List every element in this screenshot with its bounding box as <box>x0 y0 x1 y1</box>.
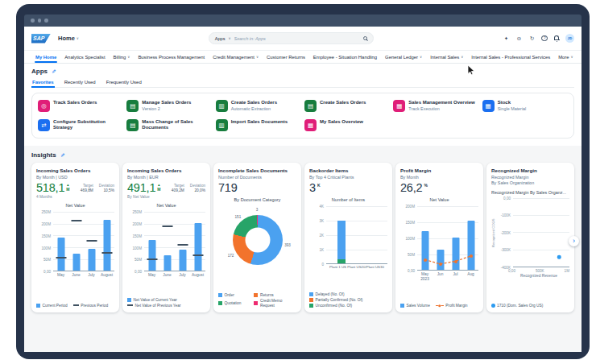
window-control[interactable] <box>31 19 35 23</box>
app-tile-track-sales-orders[interactable]: ◎Track Sales Orders <box>38 100 123 112</box>
nav-tab-credit-management[interactable]: Credit Management∨ <box>209 51 263 63</box>
nav-tab-employee-situation-handling[interactable]: Employee - Situation Handling <box>309 51 381 63</box>
legend-item: Delayed (No. Of) <box>309 292 387 296</box>
chart-title: Number of Items <box>309 197 387 202</box>
app-tile-sales-management-overview[interactable]: ▦Sales Management OverviewTrack Executio… <box>393 100 478 112</box>
app-tile-mass-change-of-sales-documents[interactable]: ▤Mass Change of Sales Documents <box>126 119 212 131</box>
legend-label: Sales Volume <box>407 304 430 308</box>
legend-item: Partially Confirmed (No. Of) <box>309 298 387 302</box>
x-tick-label: July <box>175 273 190 278</box>
nav-tab-general-ledger[interactable]: General Ledger∨ <box>381 51 426 63</box>
legend-swatch <box>127 298 131 302</box>
chart-bar: Net Value250M200M150M100M50M0,00MayJuneJ… <box>127 201 205 278</box>
window-control[interactable] <box>44 19 48 23</box>
y-tick-label: -300K <box>501 248 511 252</box>
nav-tab-internal-sales[interactable]: Internal Sales∨ <box>426 51 467 63</box>
shell-icons: ✦⊙↻? <box>503 35 560 42</box>
card-title: Recognized Margin <box>491 168 569 174</box>
edit-insights-icon[interactable]: ✎ <box>60 152 64 159</box>
chevron-down-icon: ∨ <box>127 55 130 59</box>
chart-plot <box>53 212 114 271</box>
apps-tab-frequently-used[interactable]: Frequently Used <box>106 78 143 87</box>
insight-card-5-recognized-margin[interactable]: Recognized MarginRecognized MarginBy Sal… <box>486 163 574 312</box>
app-tile-title: Track Sales Orders <box>53 100 97 105</box>
app-tile-manage-sales-orders[interactable]: ▤Manage Sales OrdersVersion 2 <box>126 100 212 112</box>
app-tile-my-sales-overview[interactable]: ▦My Sales Overview <box>304 119 390 131</box>
card-title: Incoming Sales Orders <box>127 168 205 174</box>
app-tile-create-sales-orders[interactable]: ▥Create Sales OrdersAutomatic Extraction <box>216 100 301 112</box>
metric-value: 10,5% <box>99 188 114 192</box>
carousel-next-button[interactable]: › <box>569 236 579 246</box>
app-tile-title: Manage Sales Orders <box>142 100 191 105</box>
support-icon[interactable]: ⊙ <box>515 35 522 42</box>
search-scope-select[interactable]: Apps <box>215 36 226 41</box>
notifications-icon[interactable] <box>554 35 560 42</box>
nav-tab-my-home[interactable]: My Home <box>31 51 60 63</box>
swap-icon: ⇄ <box>38 119 50 131</box>
app-tile-title: My Sales Overview <box>320 119 363 125</box>
avatar[interactable]: JD <box>565 34 574 43</box>
search-input[interactable]: Search in: Apps <box>234 36 360 41</box>
previous-period-mark <box>147 259 157 260</box>
app-tile-configure-substitution-strategy[interactable]: ⇄Configure Substitution Strategy <box>38 119 123 131</box>
kpi-row: 518,1▲MTarget469,8MDeviation10,5% <box>36 182 114 194</box>
chart-donut: By Document Category3931721513 <box>218 195 296 274</box>
app-tile-title: Stock <box>498 100 527 105</box>
insights-section: Insights ✎ Incoming Sales OrdersBy Month… <box>24 146 582 352</box>
bar-may <box>148 240 155 271</box>
apps-tab-favorites[interactable]: Favorites <box>31 78 55 87</box>
kpi-value: 518,1 <box>36 182 64 194</box>
x-tick-label: June <box>68 273 84 278</box>
help-icon[interactable]: ? <box>541 35 548 42</box>
insight-card-1-incoming-sales-orders[interactable]: Incoming Sales OrdersBy Month | EUR491,1… <box>122 163 210 312</box>
previous-period-mark <box>86 240 97 242</box>
legend-swatch <box>73 304 79 306</box>
nav-tab-customer-returns[interactable]: Customer Returns <box>263 51 309 63</box>
search-bar[interactable]: Apps ∨ Search in: Apps <box>209 32 374 44</box>
insight-card-3-backorder-items[interactable]: Backorder ItemsBy Top 4 Critical Plants3… <box>304 163 392 312</box>
y-tick-label: 100M <box>406 237 416 241</box>
x-tick-label: Jul <box>448 272 463 281</box>
x-axis-label: Recognized Revenue <box>508 274 569 278</box>
insight-card-4-profit-margin[interactable]: Profit MarginBy Month26,2%Net Value200M1… <box>395 163 483 312</box>
legend-item: Unconfirmed (No. Of) <box>309 304 387 308</box>
apps-tiles: ◎Track Sales Orders▤Manage Sales OrdersV… <box>31 93 574 139</box>
nav-tab-business-process-management[interactable]: Business Process Management <box>134 51 209 63</box>
y-tick-label: 3K <box>319 219 324 223</box>
legend-item: Current Period <box>36 304 68 308</box>
nav-tab-billing[interactable]: Billing∨ <box>110 51 135 63</box>
app-window: SAP Home ∨ Apps ∨ Search in: Apps ✦⊙↻? J… <box>16 4 590 359</box>
search-icon[interactable] <box>363 36 367 40</box>
legend-label: Delayed (No. Of) <box>316 292 345 296</box>
app-tile-import-sales-documents[interactable]: ▥Import Sales Documents <box>216 119 301 131</box>
y-tick-label: 0,00 <box>503 196 511 200</box>
apps-tab-recently-used[interactable]: Recently Used <box>64 78 97 87</box>
sap-logo[interactable]: SAP <box>31 34 51 43</box>
app-tile-stock[interactable]: ▦StockSingle Material <box>482 100 568 112</box>
kpi-metric: Target469,8M <box>81 184 93 193</box>
legend-label: Current Period <box>43 304 68 308</box>
nav-tab-analytics-specialist[interactable]: Analytics Specialist <box>60 51 109 63</box>
insights-title: Insights <box>31 151 56 159</box>
kpi-value: 719 <box>218 182 238 194</box>
legend-item: Credit Memo Request <box>254 299 296 308</box>
y-tick-label: 200M <box>42 222 52 226</box>
previous-period-mark <box>162 225 172 227</box>
home-menu[interactable]: Home ∨ <box>58 35 79 42</box>
y-axis-label: Recognized COGS <box>491 198 495 267</box>
x-tick-label: August <box>190 273 205 278</box>
kpi-metric: Target409,2M <box>172 184 184 193</box>
legend-label: Unconfirmed (No. Of) <box>316 304 353 308</box>
legend-item: Net Value of Current Year <box>127 298 205 302</box>
insight-card-0-incoming-sales-orders[interactable]: Incoming Sales OrdersBy Month | USD518,1… <box>31 163 119 312</box>
bar-august <box>194 223 201 271</box>
insight-card-2-incomplete-sales-documents[interactable]: Incomplete Sales DocumentsNumber of Docu… <box>213 163 301 312</box>
more-menu[interactable]: More∨ <box>554 51 577 63</box>
nav-tab-internal-sales-professional-services[interactable]: Internal Sales - Professional Services <box>467 51 554 63</box>
edit-apps-icon[interactable]: ✎ <box>52 68 56 75</box>
previous-period-mark <box>177 244 188 246</box>
assistant-icon[interactable]: ✦ <box>503 35 509 42</box>
app-tile-create-sales-orders[interactable]: ▤Create Sales Orders <box>304 100 390 112</box>
window-control[interactable] <box>38 19 42 23</box>
activities-icon[interactable]: ↻ <box>528 35 535 42</box>
